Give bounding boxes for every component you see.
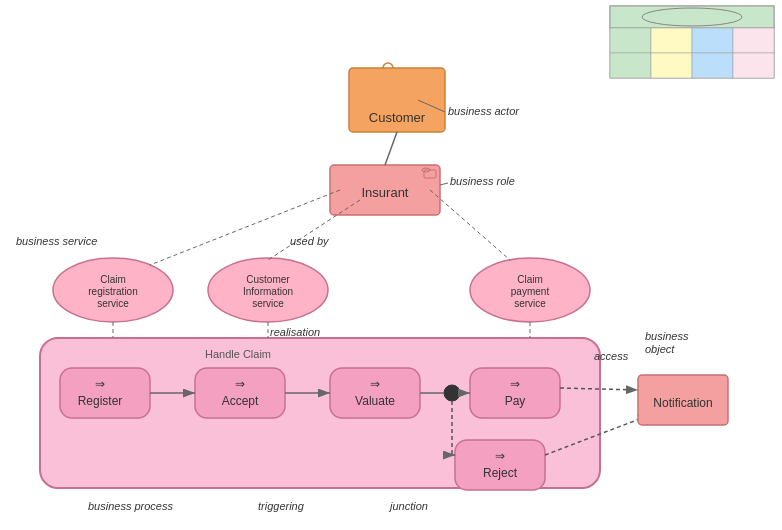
used-by-label: used by — [290, 235, 330, 247]
business-actor-label: business actor — [448, 105, 520, 117]
insurant-claimpay-line — [430, 190, 510, 260]
business-object-label2: object — [645, 343, 675, 355]
valuate-text: Valuate — [355, 394, 395, 408]
business-process-label: business process — [88, 500, 173, 512]
reject-label: ⇒ — [495, 449, 505, 463]
claim-pay-label2: payment — [511, 286, 550, 297]
accept-text: Accept — [222, 394, 259, 408]
diagram-area: Customer Insurant Claim registration ser… — [0, 0, 782, 530]
svg-rect-8 — [651, 53, 692, 78]
cust-info-label3: service — [252, 298, 284, 309]
business-service-label: business service — [16, 235, 97, 247]
diagram-svg: Customer Insurant Claim registration ser… — [0, 0, 782, 530]
accept-box — [195, 368, 285, 418]
reject-text: Reject — [483, 466, 518, 480]
accept-label: ⇒ — [235, 377, 245, 391]
role-label-line — [440, 183, 448, 185]
handle-claim-label: Handle Claim — [205, 348, 271, 360]
realisation-label: realisation — [270, 326, 320, 338]
cust-info-label2: Information — [243, 286, 293, 297]
svg-rect-9 — [692, 53, 733, 78]
svg-rect-5 — [692, 28, 733, 53]
triggering-label: triggering — [258, 500, 305, 512]
reject-box — [455, 440, 545, 490]
insurant-label: Insurant — [362, 185, 409, 200]
claim-reg-label1: Claim — [100, 274, 126, 285]
junction-dot — [444, 385, 460, 401]
svg-rect-6 — [733, 28, 774, 53]
business-role-label: business role — [450, 175, 515, 187]
access-label: access — [594, 350, 629, 362]
register-box — [60, 368, 150, 418]
cust-info-label1: Customer — [246, 274, 290, 285]
insurant-custinfo-line — [268, 200, 360, 260]
junction-label: junction — [388, 500, 428, 512]
pay-box — [470, 368, 560, 418]
pay-text: Pay — [505, 394, 526, 408]
claim-pay-label3: service — [514, 298, 546, 309]
pay-label: ⇒ — [510, 377, 520, 391]
customer-label: Customer — [369, 110, 426, 125]
svg-rect-3 — [610, 28, 651, 53]
claim-reg-label3: service — [97, 298, 129, 309]
svg-rect-10 — [733, 53, 774, 78]
valuate-label: ⇒ — [370, 377, 380, 391]
claim-pay-label1: Claim — [517, 274, 543, 285]
insurant-claimreg-line — [150, 190, 340, 265]
register-label: ⇒ — [95, 377, 105, 391]
svg-point-2 — [642, 8, 742, 26]
svg-rect-4 — [651, 28, 692, 53]
customer-insurant-line — [385, 132, 397, 165]
legend — [610, 6, 774, 78]
valuate-box — [330, 368, 420, 418]
claim-reg-label2: registration — [88, 286, 137, 297]
svg-rect-7 — [610, 53, 651, 78]
register-text: Register — [78, 394, 123, 408]
business-object-label: business — [645, 330, 689, 342]
notification-label: Notification — [653, 396, 712, 410]
